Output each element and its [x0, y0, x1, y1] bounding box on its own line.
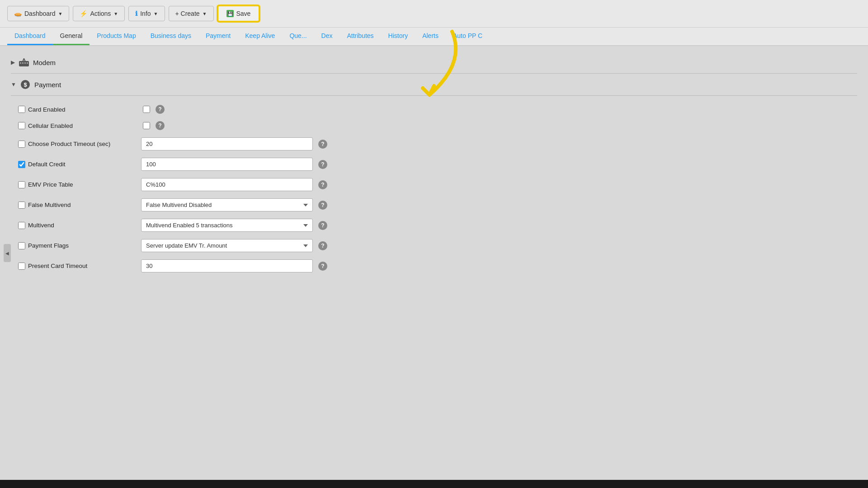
present-card-timeout-label: Present Card Timeout — [18, 263, 136, 270]
info-button[interactable]: ℹ Info ▼ — [128, 6, 165, 21]
present-card-timeout-checkbox[interactable] — [18, 263, 25, 270]
tabs-bar: Dashboard General Products Map Business … — [0, 28, 868, 46]
cellular-enabled-help-icon[interactable]: ? — [156, 121, 165, 130]
emv-price-table-label: EMV Price Table — [18, 181, 136, 188]
false-multivend-label: False Multivend — [18, 202, 136, 209]
card-enabled-extra-checkbox[interactable] — [143, 106, 150, 113]
payment-flags-row: Payment Flags Server update EMV Tr. Amou… — [18, 235, 857, 256]
card-enabled-help-icon[interactable]: ? — [156, 105, 165, 114]
modem-icon — [19, 57, 29, 68]
modem-section: ▶ Modem — [11, 53, 857, 74]
multivend-select[interactable]: Multivend Enabled 5 transactions Multive… — [141, 219, 313, 232]
payment-section-label: Payment — [34, 81, 61, 89]
false-multivend-help-icon[interactable]: ? — [318, 201, 327, 210]
present-card-timeout-input[interactable] — [141, 259, 313, 272]
tab-history[interactable]: History — [381, 28, 415, 45]
choose-product-timeout-label: Choose Product Timeout (sec) — [18, 141, 136, 148]
tab-business-days[interactable]: Business days — [143, 28, 198, 45]
payment-flags-label: Payment Flags — [18, 242, 136, 249]
tab-auto-pp[interactable]: Auto PP C — [446, 28, 490, 45]
svg-rect-3 — [24, 62, 26, 64]
svg-rect-4 — [27, 62, 28, 64]
multivend-help-icon[interactable]: ? — [318, 221, 327, 230]
actions-dropdown-icon: ▼ — [113, 11, 118, 16]
tab-attributes[interactable]: Attributes — [340, 28, 381, 45]
main-content: ◀ ▶ Modem — [0, 46, 868, 480]
svg-text:$: $ — [24, 81, 27, 88]
payment-section: ▼ $ Payment Card Enabled — [11, 75, 857, 280]
payment-icon: $ — [20, 79, 31, 90]
cellular-enabled-extra-checkbox[interactable] — [143, 122, 150, 129]
cellular-enabled-label: Cellular Enabled — [18, 122, 136, 129]
choose-product-timeout-input[interactable] — [141, 137, 313, 150]
svg-rect-2 — [22, 62, 24, 64]
actions-icon: ⚡ — [80, 10, 87, 17]
toolbar: 🥧 Dashboard ▼ ⚡ Actions ▼ ℹ Info ▼ + Cre… — [0, 0, 868, 28]
dashboard-button[interactable]: 🥧 Dashboard ▼ — [7, 6, 69, 21]
dashboard-icon: 🥧 — [14, 10, 22, 17]
dashboard-label: Dashboard — [24, 10, 56, 17]
payment-section-header[interactable]: ▼ $ Payment — [11, 75, 857, 94]
default-credit-checkbox[interactable] — [18, 161, 25, 168]
modem-section-header[interactable]: ▶ Modem — [11, 53, 857, 71]
info-dropdown-icon: ▼ — [154, 11, 158, 16]
multivend-label: Multivend — [18, 222, 136, 229]
create-label: + Create — [175, 10, 200, 17]
choose-product-timeout-help-icon[interactable]: ? — [318, 140, 327, 149]
payment-divider — [11, 95, 857, 96]
tab-keep-alive[interactable]: Keep Alive — [238, 28, 282, 45]
card-enabled-checkbox[interactable] — [18, 106, 25, 113]
default-credit-row: Default Credit ? — [18, 154, 857, 174]
present-card-timeout-help-icon[interactable]: ? — [318, 262, 327, 271]
emv-price-table-input[interactable] — [141, 178, 313, 191]
payment-form: Card Enabled ? Cellular Enabled ? — [11, 98, 857, 280]
create-dropdown-icon: ▼ — [203, 11, 207, 16]
payment-flags-help-icon[interactable]: ? — [318, 241, 327, 250]
present-card-timeout-row: Present Card Timeout ? — [18, 256, 857, 276]
save-icon: 💾 — [226, 10, 234, 17]
false-multivend-select[interactable]: False Multivend Disabled False Multivend… — [141, 198, 313, 211]
tab-alerts[interactable]: Alerts — [415, 28, 446, 45]
choose-product-timeout-row: Choose Product Timeout (sec) ? — [18, 134, 857, 154]
tab-dashboard[interactable]: Dashboard — [7, 28, 53, 45]
choose-product-timeout-checkbox[interactable] — [18, 141, 25, 148]
tab-general[interactable]: General — [53, 28, 90, 45]
modem-divider — [11, 73, 857, 74]
dashboard-dropdown-icon: ▼ — [58, 11, 63, 16]
actions-button[interactable]: ⚡ Actions ▼ — [73, 6, 125, 21]
false-multivend-row: False Multivend False Multivend Disabled… — [18, 195, 857, 215]
multivend-checkbox[interactable] — [18, 222, 25, 229]
create-button[interactable]: + Create ▼ — [169, 6, 214, 21]
default-credit-help-icon[interactable]: ? — [318, 160, 327, 169]
collapse-handle[interactable]: ◀ — [4, 244, 11, 262]
false-multivend-checkbox[interactable] — [18, 202, 25, 209]
svg-rect-1 — [20, 62, 21, 64]
tab-payment[interactable]: Payment — [198, 28, 238, 45]
tab-dex[interactable]: Dex — [314, 28, 340, 45]
payment-flags-checkbox[interactable] — [18, 242, 25, 249]
save-label: Save — [236, 10, 251, 17]
modem-section-label: Modem — [33, 59, 56, 66]
payment-chevron-icon: ▼ — [11, 81, 16, 88]
emv-price-table-help-icon[interactable]: ? — [318, 180, 327, 189]
tab-products-map[interactable]: Products Map — [90, 28, 143, 45]
cellular-enabled-checkbox[interactable] — [18, 122, 25, 129]
info-icon: ℹ — [135, 10, 137, 17]
modem-chevron-icon: ▶ — [11, 59, 15, 66]
emv-price-table-checkbox[interactable] — [18, 181, 25, 188]
default-credit-input[interactable] — [141, 158, 313, 171]
actions-label: Actions — [90, 10, 111, 17]
multivend-row: Multivend Multivend Enabled 5 transactio… — [18, 215, 857, 235]
tab-queue[interactable]: Que... — [282, 28, 314, 45]
save-button[interactable]: 💾 Save — [217, 5, 260, 22]
card-enabled-label: Card Enabled — [18, 106, 136, 113]
cellular-enabled-row: Cellular Enabled ? — [18, 117, 857, 134]
card-enabled-row: Card Enabled ? — [18, 101, 857, 117]
info-label: Info — [140, 10, 151, 17]
payment-flags-select[interactable]: Server update EMV Tr. Amount None — [141, 239, 313, 252]
emv-price-table-row: EMV Price Table ? — [18, 174, 857, 195]
default-credit-label: Default Credit — [18, 161, 136, 168]
